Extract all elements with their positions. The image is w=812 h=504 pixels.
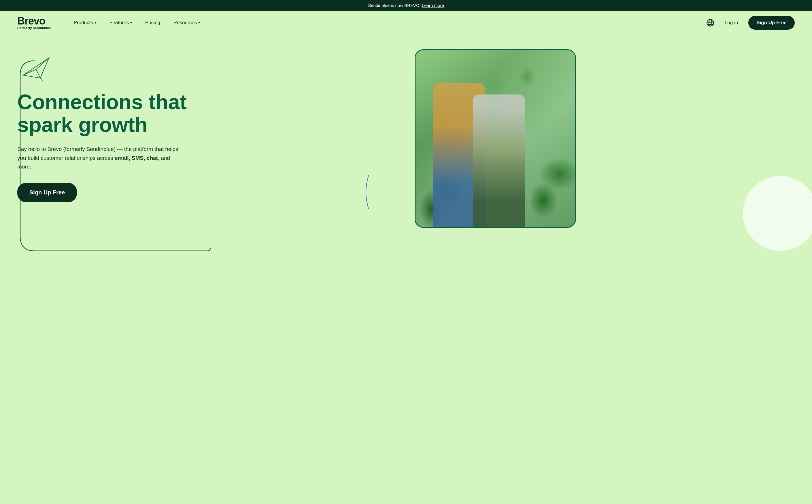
white-blob-decoration [743, 176, 812, 251]
logo[interactable]: Brevo Formerly sendinblue [17, 16, 51, 30]
banner-link[interactable]: Learn more [422, 3, 444, 8]
logo-subtitle: Formerly sendinblue [17, 26, 51, 30]
nav-products[interactable]: Products ▾ [69, 17, 101, 29]
nav-features[interactable]: Features ▾ [104, 17, 137, 29]
hero-title-line2: spark growth [17, 113, 147, 136]
hero-desc-bold: email, SMS, chat [115, 155, 158, 161]
hero-description: Say hello to Brevo (formerly Sendinblue)… [17, 145, 179, 171]
signup-button-nav[interactable]: Sign Up Free [748, 16, 795, 30]
hero-title: Connections that spark growth [17, 91, 196, 136]
chevron-down-icon: ▾ [198, 21, 200, 25]
paper-plane-icon [17, 52, 196, 85]
navbar: Brevo Formerly sendinblue Products ▾ Fea… [0, 11, 812, 35]
nav-pricing[interactable]: Pricing [140, 17, 165, 29]
scene-overlay [416, 50, 575, 227]
signup-button-hero[interactable]: Sign Up Free [17, 183, 77, 202]
nav-links: Products ▾ Features ▾ Pricing Resources … [69, 17, 706, 29]
hero-title-line1: Connections that [17, 90, 187, 113]
globe-icon[interactable] [706, 19, 714, 27]
curve-decoration [357, 175, 380, 211]
announcement-banner: Sendinblue is now BREVO! Learn more [0, 0, 812, 11]
chevron-down-icon: ▾ [130, 21, 132, 25]
chevron-down-icon: ▾ [94, 21, 96, 25]
login-button[interactable]: Log in [720, 17, 743, 29]
hero-image-area [196, 41, 795, 228]
logo-name: Brevo [17, 16, 51, 26]
banner-text: Sendinblue is now BREVO! [368, 3, 421, 8]
logo-brand: sendinblue [33, 26, 51, 30]
hero-section: Connections that spark growth Say hello … [0, 35, 812, 251]
hero-image [415, 49, 576, 228]
hero-content: Connections that spark growth Say hello … [17, 41, 196, 202]
hero-image-background [416, 50, 575, 227]
nav-resources[interactable]: Resources ▾ [168, 17, 205, 29]
logo-formerly: Formerly [17, 26, 32, 30]
nav-right: Log in Sign Up Free [706, 16, 795, 30]
